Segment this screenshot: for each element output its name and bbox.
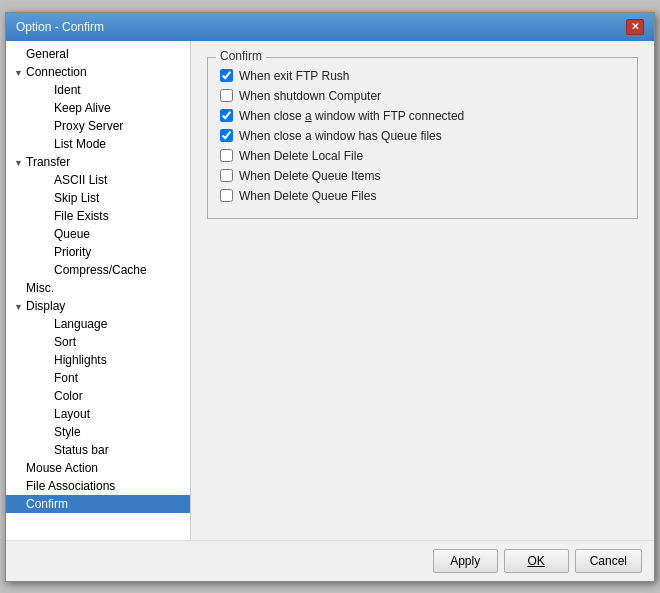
sidebar-label-transfer: Transfer [26, 155, 70, 169]
sidebar-label-misc: Misc. [26, 281, 54, 295]
checkbox-row-shutdown-computer: When shutdown Computer [220, 86, 625, 106]
checkbox-row-close-window-connected: When close a window with FTP connected [220, 106, 625, 126]
checkbox-label-delete-queue-files: When Delete Queue Files [239, 189, 376, 203]
sidebar-label-file-associations: File Associations [26, 479, 115, 493]
sidebar-label-list-mode: List Mode [54, 137, 106, 151]
sidebar-item-file-exists[interactable]: File Exists [6, 207, 190, 225]
sidebar-label-ascii-list: ASCII List [54, 173, 107, 187]
sidebar-label-skip-list: Skip List [54, 191, 99, 205]
checkbox-close-window-connected[interactable] [220, 109, 233, 122]
confirm-group: Confirm When exit FTP RushWhen shutdown … [207, 57, 638, 219]
apply-button[interactable]: Apply [433, 549, 498, 573]
sidebar-label-mouse-action: Mouse Action [26, 461, 98, 475]
sidebar-label-font: Font [54, 371, 78, 385]
checkbox-label-delete-queue-items: When Delete Queue Items [239, 169, 380, 183]
expand-icon-display: ▼ [14, 302, 26, 312]
sidebar-item-queue[interactable]: Queue [6, 225, 190, 243]
expand-icon-transfer: ▼ [14, 158, 26, 168]
checkbox-label-close-window-connected: When close a window with FTP connected [239, 109, 464, 123]
checkbox-close-window-queue[interactable] [220, 129, 233, 142]
footer: Apply OK Cancel [6, 540, 654, 581]
sidebar-item-proxy-server[interactable]: Proxy Server [6, 117, 190, 135]
sidebar-item-compress-cache[interactable]: Compress/Cache [6, 261, 190, 279]
sidebar-label-color: Color [54, 389, 83, 403]
sidebar-label-keep-alive: Keep Alive [54, 101, 111, 115]
dialog-content: General▼ConnectionIdentKeep AliveProxy S… [6, 41, 654, 540]
sidebar-item-transfer[interactable]: ▼Transfer [6, 153, 190, 171]
sidebar-item-misc[interactable]: Misc. [6, 279, 190, 297]
sidebar-label-confirm: Confirm [26, 497, 68, 511]
checkbox-label-shutdown-computer: When shutdown Computer [239, 89, 381, 103]
checkbox-label-exit-ftp-rush: When exit FTP Rush [239, 69, 349, 83]
checkbox-label-close-window-queue: When close a window has Queue files [239, 129, 442, 143]
sidebar-item-layout[interactable]: Layout [6, 405, 190, 423]
checkbox-row-delete-queue-items: When Delete Queue Items [220, 166, 625, 186]
sidebar-label-highlights: Highlights [54, 353, 107, 367]
sidebar-item-skip-list[interactable]: Skip List [6, 189, 190, 207]
sidebar-item-language[interactable]: Language [6, 315, 190, 333]
sidebar-label-priority: Priority [54, 245, 91, 259]
sidebar-item-color[interactable]: Color [6, 387, 190, 405]
expand-icon-connection: ▼ [14, 68, 26, 78]
sidebar-item-confirm[interactable]: Confirm [6, 495, 190, 513]
sidebar-item-connection[interactable]: ▼Connection [6, 63, 190, 81]
sidebar-label-connection: Connection [26, 65, 87, 79]
sidebar-item-highlights[interactable]: Highlights [6, 351, 190, 369]
sidebar-label-language: Language [54, 317, 107, 331]
sidebar-label-general: General [26, 47, 69, 61]
ok-button[interactable]: OK [504, 549, 569, 573]
cancel-button[interactable]: Cancel [575, 549, 642, 573]
checkboxes-list: When exit FTP RushWhen shutdown Computer… [220, 66, 625, 206]
dialog-title: Option - Confirm [16, 20, 104, 34]
sidebar-label-file-exists: File Exists [54, 209, 109, 223]
checkbox-exit-ftp-rush[interactable] [220, 69, 233, 82]
sidebar-item-list-mode[interactable]: List Mode [6, 135, 190, 153]
checkbox-row-exit-ftp-rush: When exit FTP Rush [220, 66, 625, 86]
sidebar-item-priority[interactable]: Priority [6, 243, 190, 261]
sidebar-item-keep-alive[interactable]: Keep Alive [6, 99, 190, 117]
sidebar-label-style: Style [54, 425, 81, 439]
sidebar: General▼ConnectionIdentKeep AliveProxy S… [6, 41, 191, 540]
main-panel: Confirm When exit FTP RushWhen shutdown … [191, 41, 654, 540]
checkbox-row-close-window-queue: When close a window has Queue files [220, 126, 625, 146]
checkbox-delete-queue-items[interactable] [220, 169, 233, 182]
sidebar-label-layout: Layout [54, 407, 90, 421]
sidebar-label-display: Display [26, 299, 65, 313]
sidebar-item-style[interactable]: Style [6, 423, 190, 441]
sidebar-label-status-bar: Status bar [54, 443, 109, 457]
sidebar-item-file-associations[interactable]: File Associations [6, 477, 190, 495]
sidebar-label-ident: Ident [54, 83, 81, 97]
group-label: Confirm [216, 49, 266, 63]
sidebar-item-mouse-action[interactable]: Mouse Action [6, 459, 190, 477]
checkbox-delete-queue-files[interactable] [220, 189, 233, 202]
checkbox-shutdown-computer[interactable] [220, 89, 233, 102]
sidebar-item-status-bar[interactable]: Status bar [6, 441, 190, 459]
sidebar-label-proxy-server: Proxy Server [54, 119, 123, 133]
checkbox-delete-local-file[interactable] [220, 149, 233, 162]
sidebar-item-ascii-list[interactable]: ASCII List [6, 171, 190, 189]
close-button[interactable]: ✕ [626, 19, 644, 35]
sidebar-item-ident[interactable]: Ident [6, 81, 190, 99]
sidebar-item-sort[interactable]: Sort [6, 333, 190, 351]
dialog: Option - Confirm ✕ General▼ConnectionIde… [5, 12, 655, 582]
sidebar-label-compress-cache: Compress/Cache [54, 263, 147, 277]
sidebar-label-queue: Queue [54, 227, 90, 241]
sidebar-item-display[interactable]: ▼Display [6, 297, 190, 315]
sidebar-item-font[interactable]: Font [6, 369, 190, 387]
sidebar-item-general[interactable]: General [6, 45, 190, 63]
checkbox-row-delete-queue-files: When Delete Queue Files [220, 186, 625, 206]
title-bar: Option - Confirm ✕ [6, 13, 654, 41]
checkbox-label-delete-local-file: When Delete Local File [239, 149, 363, 163]
sidebar-label-sort: Sort [54, 335, 76, 349]
checkbox-row-delete-local-file: When Delete Local File [220, 146, 625, 166]
